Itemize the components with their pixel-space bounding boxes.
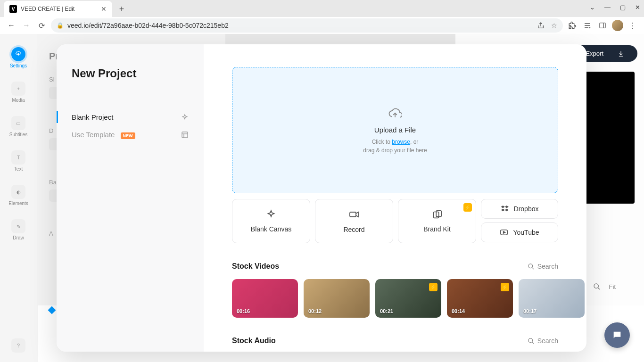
duration-label: 00:14 [452,308,465,314]
new-tab-button[interactable]: + [115,2,128,16]
sidebar-item-use-template[interactable]: Use Template NEW [72,126,189,143]
sparkle-icon [266,209,276,220]
chat-fab-button[interactable] [604,322,630,348]
address-bar[interactable]: 🔒 veed.io/edit/72a96aae-b02d-444e-98b0-5… [51,18,563,33]
preview-canvas [578,72,635,204]
new-badge: NEW [121,132,135,139]
text-icon: T [11,150,25,165]
help-icon: ? [11,338,25,353]
dropbox-icon [501,205,509,213]
gear-icon [11,47,25,61]
upload-dropzone[interactable]: Upload a File Click to browse, or drag &… [232,67,558,193]
sidebar-item-label: Blank Project [72,113,113,121]
maximize-icon[interactable]: ▢ [620,4,626,11]
side-panel-icon[interactable] [597,20,608,31]
duration-label: 00:12 [308,308,322,314]
brand-kit-card[interactable]: ⚡ Brand Kit [398,199,476,243]
export-label: Export [586,50,603,57]
card-label: Brand Kit [423,225,451,233]
shapes-icon: ◐ [11,185,25,199]
minimize-icon[interactable]: ― [604,4,611,11]
chrome-menu-icon[interactable]: ⋮ [627,20,638,31]
search-label: Search [537,263,558,270]
svg-point-14 [528,338,533,342]
browser-tab[interactable]: V VEED CREATE | Edit ✕ [4,1,112,17]
search-label: Search [537,337,558,345]
pencil-icon: ✎ [11,219,25,233]
rail-label: Settings [10,63,27,68]
new-project-modal: New Project Blank Project Use Template N… [57,44,586,352]
browse-link[interactable]: browse [392,139,410,145]
sidebar-item-blank-project[interactable]: Blank Project [72,108,189,126]
upload-cloud-icon [388,106,402,120]
forward-button[interactable]: → [21,20,32,31]
card-label: Dropbox [514,205,539,213]
stock-video-thumb[interactable]: ⚡ 00:21 [375,279,441,318]
youtube-card[interactable]: YouTube [481,222,558,242]
svg-line-4 [598,288,600,289]
dropzone-title: Upload a File [374,126,416,134]
rail-settings[interactable]: Settings [10,47,27,68]
star-icon[interactable]: ☆ [551,22,557,29]
stock-video-thumb[interactable]: 00:16 [232,279,298,318]
download-icon [618,50,624,57]
rail-draw[interactable]: ✎ Draw [11,219,25,240]
card-label: Blank Canvas [251,225,291,233]
image-icon [432,209,442,220]
rail-media[interactable]: + Media [11,82,25,103]
caret-down-icon[interactable]: ⌄ [590,4,595,11]
bolt-badge-icon: ⚡ [501,283,509,291]
card-label: YouTube [513,229,539,236]
duration-label: 00:16 [237,308,250,314]
zoom-icon[interactable] [593,283,601,290]
svg-line-15 [532,342,534,344]
card-label: Record [343,226,364,233]
playhead[interactable] [48,306,56,314]
bolt-badge-icon: ⚡ [463,203,472,212]
template-icon [181,131,189,139]
close-window-icon[interactable]: ✕ [635,4,640,11]
plus-icon: + [11,82,25,96]
youtube-icon [500,228,508,237]
blank-canvas-card[interactable]: Blank Canvas [232,199,310,243]
stock-videos-search[interactable]: Search [528,263,558,270]
tab-title: VEED CREATE | Edit [21,6,97,12]
stock-video-thumb[interactable]: ⚡ 00:14 [447,279,513,318]
favicon: V [9,5,17,13]
camera-icon [348,209,360,220]
zoom-fit[interactable]: Fit [609,283,616,290]
svg-rect-5 [182,132,188,138]
stock-video-thumb[interactable]: 00:17 [519,279,585,318]
rail-label: Elements [8,201,28,206]
stock-audio-search[interactable]: Search [528,337,558,345]
profile-avatar[interactable] [612,20,623,31]
rail-label: Media [12,98,25,103]
share-icon[interactable] [537,22,545,29]
record-card[interactable]: Record [315,199,393,243]
url-text: veed.io/edit/72a96aae-b02d-444e-98b0-5c0… [67,22,229,29]
rail-help[interactable]: ? [11,338,25,353]
modal-title: New Project [72,67,189,80]
rail-text[interactable]: T Text [11,150,25,172]
dropbox-card[interactable]: Dropbox [481,199,558,219]
stock-videos-title: Stock Videos [232,262,279,271]
rail-subtitles[interactable]: ▭ Subtitles [9,116,27,137]
svg-rect-0 [600,23,605,28]
extensions-icon[interactable] [567,20,578,31]
search-icon [528,337,535,345]
rail-label: Text [14,166,23,172]
reload-button[interactable]: ⟳ [36,20,47,31]
stock-audio-title: Stock Audio [232,337,276,345]
search-icon [528,263,535,270]
back-button[interactable]: ← [6,20,17,31]
svg-rect-8 [350,212,356,217]
duration-label: 00:21 [380,308,393,314]
dropzone-subtitle: Click to browse, or drag & drop your fil… [363,138,427,155]
tab-close-icon[interactable]: ✕ [101,5,107,13]
stock-video-thumb[interactable]: 00:12 [304,279,370,318]
duration-label: 00:17 [523,308,537,314]
rail-elements[interactable]: ◐ Elements [8,185,28,206]
sparkle-icon [181,114,189,121]
reading-list-icon[interactable] [582,20,593,31]
bolt-badge-icon: ⚡ [429,283,438,291]
